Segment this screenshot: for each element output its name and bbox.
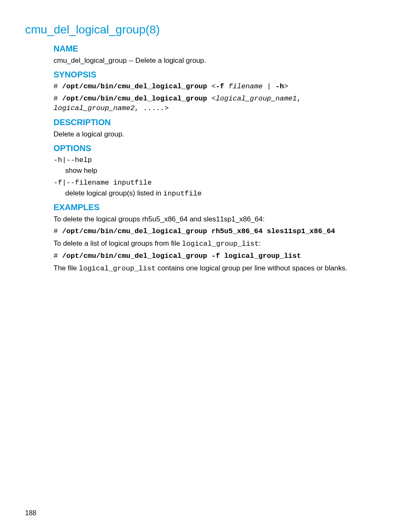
option-filename-flag: -f|--filename inputfile	[54, 178, 374, 188]
arg-name1: logical_group_name1	[216, 95, 297, 103]
bracket-open: <	[207, 82, 215, 90]
intro2-pre: To delete a list of logical groups from …	[54, 239, 182, 247]
page-title: cmu_del_logical_group(8)	[25, 23, 374, 36]
bracket-open: <	[207, 95, 215, 103]
heading-name: NAME	[54, 44, 374, 54]
opt2-desc-mono: inputfile	[163, 190, 202, 198]
command-path: /opt/cmu/bin/cmu_del_logical_group	[62, 95, 207, 103]
flag-f: -f	[216, 82, 224, 90]
command-text: /opt/cmu/bin/cmu_del_logical_group rh5u5…	[62, 227, 335, 235]
command-text: /opt/cmu/bin/cmu_del_logical_group -f lo…	[62, 252, 301, 260]
prompt: #	[54, 227, 62, 235]
arg-filename: filename	[228, 82, 263, 90]
heading-description: DESCRIPTION	[54, 118, 374, 127]
pipe: |	[263, 82, 276, 90]
bracket-close: >	[284, 82, 288, 90]
heading-synopsis: SYNOPSIS	[54, 70, 374, 80]
prompt: #	[54, 252, 62, 260]
prompt: #	[54, 95, 62, 103]
comma: ,	[297, 95, 301, 103]
opt2-desc-pre: delete logical group(s) listed in	[65, 189, 163, 197]
section-name: NAME cmu_del_logical_group -- Delete a l…	[54, 44, 374, 66]
arg-name2: logical_group_name2	[54, 104, 135, 112]
intro2-mono: logical_group_list	[182, 240, 259, 248]
description-text: Delete a logical group.	[54, 130, 374, 139]
note-mono: logical_group_list	[79, 265, 156, 272]
option-help-desc: show help	[65, 166, 374, 176]
example-note: The file logical_group_list contains one…	[54, 264, 374, 274]
example-intro-1: To delete the logical groups rh5u5_x86_6…	[54, 215, 374, 224]
dots: , .....>	[135, 104, 169, 112]
section-examples: EXAMPLES To delete the logical groups rh…	[54, 203, 374, 274]
example-intro-2: To delete a list of logical groups from …	[54, 239, 374, 249]
heading-examples: EXAMPLES	[54, 203, 374, 212]
section-synopsis: SYNOPSIS # /opt/cmu/bin/cmu_del_logical_…	[54, 70, 374, 113]
name-text: cmu_del_logical_group -- Delete a logica…	[54, 56, 374, 66]
example-cmd-2: # /opt/cmu/bin/cmu_del_logical_group -f …	[54, 252, 374, 261]
option-help-flag: -h|--help	[54, 156, 374, 165]
note-pre: The file	[54, 264, 79, 272]
flag-h: -h	[276, 82, 284, 90]
section-description: DESCRIPTION Delete a logical group.	[54, 118, 374, 139]
command-path: /opt/cmu/bin/cmu_del_logical_group	[62, 82, 207, 90]
page-number: 188	[25, 509, 36, 517]
note-post: contains one logical group per line with…	[156, 264, 347, 272]
heading-options: OPTIONS	[54, 144, 374, 153]
space	[224, 82, 228, 90]
prompt: #	[54, 82, 62, 90]
option-filename-desc: delete logical group(s) listed in inputf…	[65, 189, 374, 199]
section-options: OPTIONS -h|--help show help -f|--filenam…	[54, 144, 374, 199]
example-cmd-1: # /opt/cmu/bin/cmu_del_logical_group rh5…	[54, 227, 374, 236]
synopsis-line-1: # /opt/cmu/bin/cmu_del_logical_group <-f…	[54, 82, 374, 92]
intro2-post: :	[259, 239, 261, 247]
synopsis-line-2: # /opt/cmu/bin/cmu_del_logical_group <lo…	[54, 94, 374, 113]
